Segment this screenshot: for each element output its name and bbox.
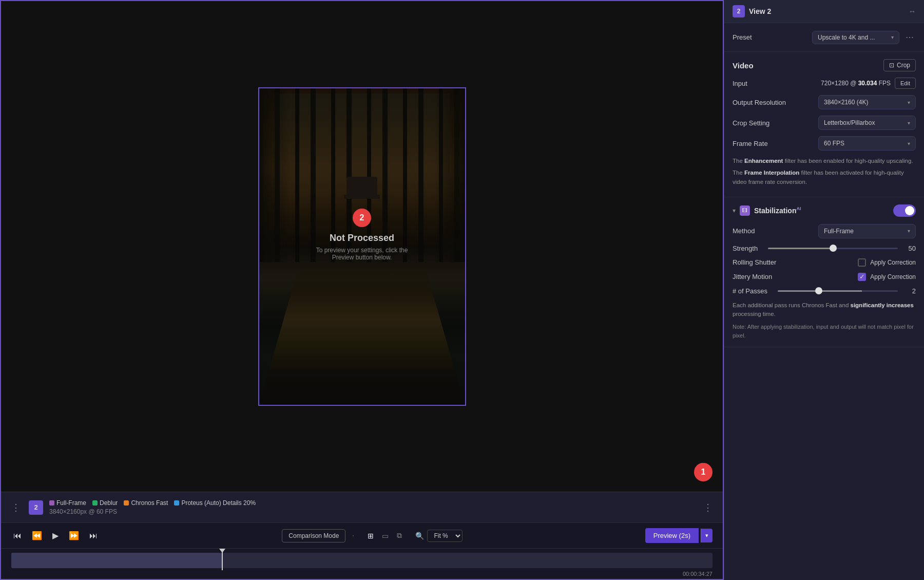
passes-row: # of Passes 2 <box>733 287 916 295</box>
transport-controls: ⏮ ⏪ ▶ ⏩ ⏭ <box>11 529 100 542</box>
track-info-bar: ⋮ 2 Full-Frame Deblur Chronos Fast <box>1 492 723 522</box>
zoom-select[interactable]: Fit % 50% 100% <box>427 530 463 542</box>
zoom-out-button[interactable]: 🔍 <box>415 532 424 540</box>
timeline-track[interactable] <box>11 553 713 568</box>
crop-setting-dropdown[interactable]: Letterbox/Pillarbox ▾ <box>818 116 916 130</box>
input-label: Input <box>733 80 747 87</box>
output-resolution-label: Output Resolution <box>733 99 786 106</box>
frame-rate-label: Frame Rate <box>733 140 768 147</box>
video-header-row: Video ⊡ Crop <box>733 59 916 71</box>
jittery-motion-correction-label: Apply Correction <box>870 273 916 280</box>
filter-dot-green <box>92 500 98 506</box>
road-overlay <box>259 262 465 404</box>
track-resolution: 3840×2160px @ 60 FPS <box>49 508 695 515</box>
passes-slider[interactable] <box>778 290 898 292</box>
video-viewport: Not Processed To preview your settings, … <box>1 1 723 492</box>
crop-icon: ⊡ <box>889 62 894 69</box>
edit-button[interactable]: Edit <box>895 78 916 89</box>
output-resolution-row: Output Resolution 3840×2160 (4K) ▾ <box>733 95 916 109</box>
overlay-view-button[interactable]: ⧉ <box>394 529 405 542</box>
view-badge-1[interactable]: 1 <box>694 463 713 481</box>
preview-dropdown-button[interactable]: ▾ <box>701 529 713 542</box>
timeline-fill <box>11 553 222 568</box>
stabilization-toggle[interactable] <box>893 204 916 217</box>
method-dropdown[interactable]: Full-Frame ▾ <box>818 224 916 238</box>
rolling-shutter-row: Rolling Shutter Apply Correction <box>733 258 916 267</box>
rolling-shutter-correction-label: Apply Correction <box>870 259 916 266</box>
output-resolution-dropdown[interactable]: 3840×2160 (4K) ▾ <box>818 95 916 109</box>
preset-more-options[interactable]: ⋯ <box>903 30 916 44</box>
preset-label: Preset <box>733 33 752 41</box>
frame-rate-dropdown[interactable]: 60 FPS ▾ <box>818 136 916 151</box>
timeline-playhead <box>222 551 223 570</box>
jittery-motion-checkbox[interactable]: ✓ <box>858 273 866 281</box>
controls-center: Comparison Mode · ⊞ ▭ ⧉ 🔍 Fit % 50% 100% <box>108 529 637 542</box>
video-frame: Not Processed To preview your settings, … <box>258 87 466 406</box>
right-panel: 2 View 2 ↔ Preset Upscale to 4K and ... … <box>724 0 924 580</box>
strength-label: Strength <box>733 245 758 252</box>
controls-right: Preview (2s) ▾ <box>645 528 713 543</box>
crop-button[interactable]: ⊡ Crop <box>883 59 916 71</box>
single-view-button[interactable]: ▭ <box>379 530 392 542</box>
preset-row: Preset Upscale to 4K and ... ▾ ⋯ <box>733 30 916 44</box>
play-button[interactable]: ▶ <box>50 529 61 542</box>
stab-chevron-icon[interactable]: ▾ <box>733 207 736 214</box>
filter-full-frame: Full-Frame <box>49 499 86 507</box>
stabilization-header: ▾ 🎞 StabilizationAI <box>733 204 916 217</box>
comparison-mode-button[interactable]: Comparison Mode <box>282 529 345 542</box>
track-options-right[interactable]: ⋮ <box>701 500 715 515</box>
controls-bar: ⏮ ⏪ ▶ ⏩ ⏭ Comparison Mode · ⊞ ▭ ⧉ 🔍 Fit … <box>1 522 723 548</box>
view-badge-2[interactable]: 2 <box>353 209 371 227</box>
strength-row: Strength 50 <box>733 245 916 252</box>
timeline-container: 00:00:34:27 <box>1 548 723 579</box>
rolling-shutter-checkbox[interactable] <box>858 258 866 267</box>
view-mode-buttons: ⊞ ▭ ⧉ <box>364 529 405 542</box>
preset-dropdown[interactable]: Upscale to 4K and ... ▾ <box>812 31 899 44</box>
panel-title: View 2 <box>749 7 904 15</box>
filter-dot-orange <box>124 500 129 506</box>
video-section: Video ⊡ Crop Input 720×1280 @ 30.034 FPS… <box>724 52 924 197</box>
strength-value: 50 <box>903 245 916 252</box>
toggle-slider <box>893 204 916 217</box>
track-options-left[interactable]: ⋮ <box>9 500 23 515</box>
filter-proteus: Proteus (Auto) Details 20% <box>174 499 256 507</box>
track-number: 2 <box>29 500 43 515</box>
crop-setting-label: Crop Setting <box>733 119 769 127</box>
enhancement-info: The Enhancement filter has been enabled … <box>733 157 916 165</box>
stab-icon: 🎞 <box>740 205 750 216</box>
panel-badge: 2 <box>733 5 745 17</box>
step-back-button[interactable]: ⏪ <box>30 529 44 542</box>
stabilization-note: Note: After applying stabilization, inpu… <box>733 323 916 340</box>
rolling-shutter-toggle: Apply Correction <box>858 258 916 267</box>
expand-icon[interactable]: ↔ <box>909 7 916 15</box>
filter-deblur: Deblur <box>92 499 118 507</box>
method-label: Method <box>733 227 755 235</box>
strength-slider[interactable] <box>768 248 898 249</box>
jittery-motion-toggle: ✓ Apply Correction <box>858 273 916 281</box>
crop-setting-row: Crop Setting Letterbox/Pillarbox ▾ <box>733 116 916 130</box>
skip-to-start-button[interactable]: ⏮ <box>11 529 24 542</box>
preset-dropdown-arrow: ▾ <box>891 34 894 40</box>
frame-interpolation-info: The Frame Interpolation filter has been … <box>733 169 916 186</box>
track-filters: Full-Frame Deblur Chronos Fast Proteus (… <box>49 499 695 507</box>
separator: · <box>352 530 354 541</box>
preview-button[interactable]: Preview (2s) <box>645 528 699 543</box>
jittery-motion-row: Jittery Motion ✓ Apply Correction <box>733 273 916 281</box>
frame-rate-row: Frame Rate 60 FPS ▾ <box>733 136 916 151</box>
video-section-title: Video <box>733 61 754 70</box>
jeep-silhouette <box>346 177 377 195</box>
stab-title: StabilizationAI <box>754 206 889 215</box>
skip-to-end-button[interactable]: ⏭ <box>87 529 100 542</box>
step-forward-button[interactable]: ⏩ <box>67 529 81 542</box>
split-view-button[interactable]: ⊞ <box>364 530 377 542</box>
filter-chronos: Chronos Fast <box>124 499 168 507</box>
input-resolution-text: 720×1280 @ 30.034 FPS <box>821 80 891 87</box>
jittery-motion-label: Jittery Motion <box>733 273 772 280</box>
crop-setting-arrow: ▾ <box>908 120 910 126</box>
passes-value: 2 <box>903 287 916 295</box>
output-resolution-arrow: ▾ <box>908 100 910 105</box>
stabilization-section: ▾ 🎞 StabilizationAI Method Full-Frame ▾ <box>724 197 924 348</box>
input-row: Input 720×1280 @ 30.034 FPS Edit <box>733 78 916 89</box>
zoom-controls: 🔍 Fit % 50% 100% <box>415 530 463 542</box>
filter-dot-blue <box>174 500 179 506</box>
